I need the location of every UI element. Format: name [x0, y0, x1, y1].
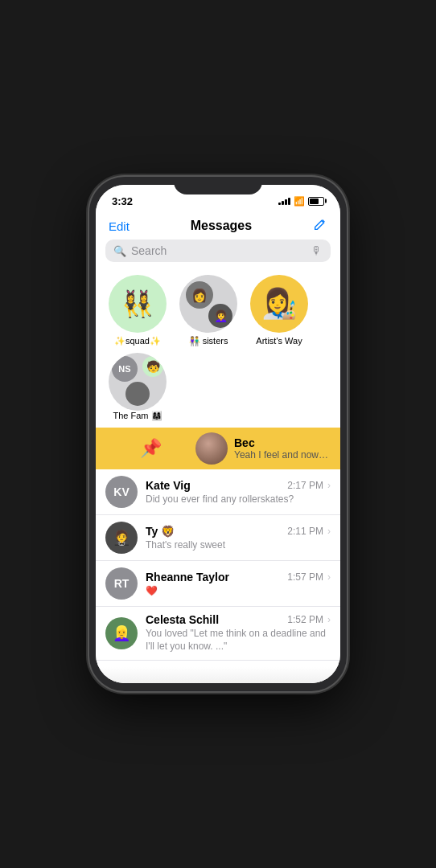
- kate-vig-content: Kate Vig 2:17 PM › Did you ever find any…: [146, 479, 331, 506]
- kate-vig-avatar: KV: [105, 476, 138, 508]
- artists-way-avatar: 👩‍🎨: [250, 275, 308, 333]
- celesta-avatar: 👱‍♀️: [105, 617, 138, 649]
- pin-icon: 📌: [140, 438, 162, 459]
- squad-avatar: 👯‍♀️: [109, 275, 167, 333]
- battery-icon: [308, 197, 324, 206]
- message-row-charlotte[interactable]: CJ Charlotte Judge 10:18 AM ›: [96, 661, 340, 667]
- celesta-name: Celesta Schill: [146, 613, 219, 626]
- message-row-ty[interactable]: 🤵 Ty 🦁 2:11 PM › That's really sweet: [96, 515, 340, 561]
- page-title: Messages: [191, 219, 253, 233]
- rheanne-preview: ❤️: [146, 585, 331, 598]
- rheanne-time: 1:57 PM: [287, 571, 323, 583]
- rheanne-name: Rheanne Taylor: [146, 571, 229, 583]
- ty-avatar: 🤵: [105, 522, 138, 554]
- rheanne-avatar: RT: [105, 567, 138, 600]
- message-row-kate-vig[interactable]: KV Kate Vig 2:17 PM › Did you ever find …: [96, 469, 340, 515]
- compose-icon: [313, 217, 327, 231]
- ty-content: Ty 🦁 2:11 PM › That's really sweet: [146, 525, 331, 552]
- pinned-groups-row: 👯‍♀️ ✨squad✨ 👩 👩‍🦱 👫 sisters 👩‍🎨 Art: [96, 268, 340, 350]
- bec-info: Bec Yeah I feel and now it's: [234, 436, 331, 461]
- artists-way-label: Artist's Way: [256, 336, 302, 346]
- group-squad[interactable]: 👯‍♀️ ✨squad✨: [105, 275, 170, 346]
- messages-header: Edit Messages: [96, 214, 340, 240]
- search-icon: 🔍: [113, 245, 126, 257]
- group-sisters[interactable]: 👩 👩‍🦱 👫 sisters: [176, 275, 241, 346]
- celesta-preview: You loved "Let me think on a deadline an…: [146, 628, 331, 653]
- rheanne-content: Rheanne Taylor 1:57 PM › ❤️: [146, 571, 331, 598]
- chevron-icon: ›: [327, 526, 331, 537]
- ty-name: Ty 🦁: [146, 525, 175, 538]
- celesta-content: Celesta Schill 1:52 PM › You loved "Let …: [146, 613, 331, 653]
- signal-icon: [278, 197, 290, 205]
- bottom-fade: [96, 667, 340, 683]
- group-artists-way[interactable]: 👩‍🎨 Artist's Way: [247, 275, 311, 346]
- chevron-icon: ›: [327, 480, 331, 491]
- fam-initials: NS: [112, 356, 138, 382]
- search-input[interactable]: Search: [131, 244, 306, 257]
- microphone-icon[interactable]: 🎙: [311, 244, 323, 257]
- kate-vig-name: Kate Vig: [146, 479, 191, 492]
- status-time: 3:32: [112, 195, 133, 207]
- celesta-time: 1:52 PM: [287, 614, 323, 625]
- kate-vig-preview: Did you ever find any rollerskates?: [146, 493, 331, 506]
- kate-vig-time: 2:17 PM: [287, 480, 323, 491]
- ty-preview: That's really sweet: [146, 539, 331, 552]
- compose-button[interactable]: [313, 217, 327, 235]
- message-row-celesta[interactable]: 👱‍♀️ Celesta Schill 1:52 PM › You loved …: [96, 607, 340, 660]
- bec-preview: Yeah I feel and now it's: [234, 449, 331, 461]
- sisters-label: 👫 sisters: [189, 336, 228, 346]
- message-row-rheanne[interactable]: RT Rheanne Taylor 1:57 PM › ❤️: [96, 561, 340, 607]
- pinned-banner[interactable]: 📌 Bec Yeah I feel and now it's: [96, 428, 340, 469]
- wifi-icon: 📶: [294, 196, 305, 207]
- edit-button[interactable]: Edit: [109, 219, 130, 233]
- status-icons: 📶: [278, 196, 324, 207]
- search-bar[interactable]: 🔍 Search 🎙: [105, 240, 331, 262]
- bec-name: Bec: [234, 436, 331, 449]
- pin-area: 📌: [105, 438, 195, 459]
- bec-avatar: [195, 432, 228, 465]
- messages-list: KV Kate Vig 2:17 PM › Did you ever find …: [96, 469, 340, 667]
- chevron-icon: ›: [327, 614, 331, 625]
- fam-label: The Fam 👩‍👩‍👧: [113, 411, 162, 421]
- squad-label: ✨squad✨: [114, 336, 161, 346]
- pinned-groups-row2: NS 🧒 The Fam 👩‍👩‍👧: [96, 350, 340, 428]
- fam-avatar: NS 🧒: [109, 353, 167, 411]
- ty-time: 2:11 PM: [287, 526, 323, 537]
- pinned-contact: Bec Yeah I feel and now it's: [195, 432, 331, 465]
- messages-app: Edit Messages 🔍 Search 🎙: [96, 214, 340, 683]
- sisters-avatar: 👩 👩‍🦱: [179, 275, 237, 333]
- group-fam[interactable]: NS 🧒 The Fam 👩‍👩‍👧: [105, 353, 170, 421]
- chevron-icon: ›: [327, 571, 331, 583]
